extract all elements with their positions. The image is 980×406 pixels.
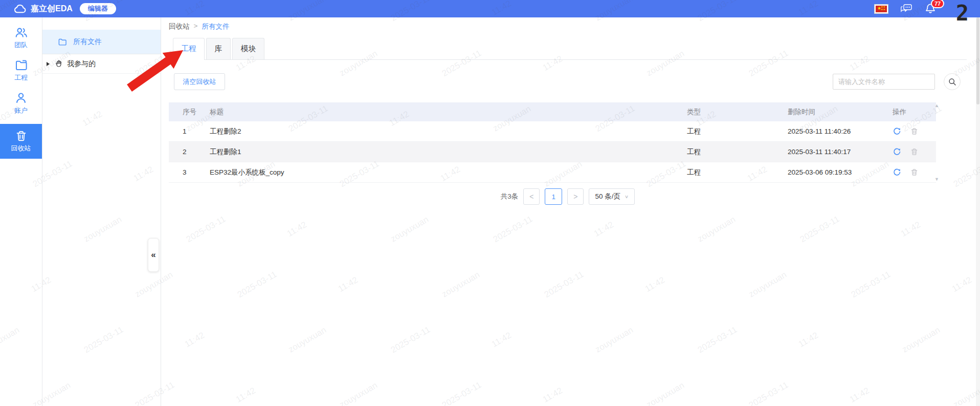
empty-recycle-bin-button[interactable]: 清空回收站 xyxy=(174,73,225,90)
breadcrumb-separator: > xyxy=(194,22,198,31)
overlay-timer-digit: 2 xyxy=(956,2,969,25)
trash-icon xyxy=(15,130,27,142)
tab-project[interactable]: 工程 xyxy=(173,38,205,59)
restore-button[interactable] xyxy=(893,147,901,156)
app-window: 嘉立创EDA 编辑器 ★★★★★ 77 2 团队 xyxy=(0,0,980,406)
table-row: 1 工程删除2 工程 2025-03-11 11:40:26 xyxy=(169,121,936,142)
sidebar-item-label: 账户 xyxy=(14,106,28,115)
collapse-panel-button[interactable]: « xyxy=(148,238,159,272)
total-count-label: 共3条 xyxy=(501,192,519,201)
cell-title: 工程删除2 xyxy=(210,127,687,136)
page-scrollbar[interactable] xyxy=(976,17,980,406)
delete-forever-button[interactable] xyxy=(910,148,918,156)
page-size-select[interactable]: 50 条/页 ∨ xyxy=(589,188,635,205)
primary-sidebar: 团队 工程 账户 回收站 xyxy=(0,17,42,406)
col-title: 标题 xyxy=(210,108,687,117)
language-flag-icon[interactable]: ★★★★★ xyxy=(875,5,888,13)
all-files-item[interactable]: 所有文件 xyxy=(42,30,161,54)
cloud-logo-icon xyxy=(13,4,27,14)
sidebar-item-team[interactable]: 团队 xyxy=(0,22,42,54)
brand: 嘉立创EDA xyxy=(13,4,73,14)
col-index: 序号 xyxy=(169,108,210,117)
chevron-down-icon: ∨ xyxy=(625,194,629,199)
sidebar-item-recycle-bin[interactable]: 回收站 xyxy=(0,124,42,159)
cell-index: 1 xyxy=(169,127,210,135)
next-page-button[interactable]: > xyxy=(567,188,584,205)
col-deleted-time: 删除时间 xyxy=(788,108,893,117)
cell-type: 工程 xyxy=(687,168,788,177)
folder-icon xyxy=(58,38,67,46)
all-files-label: 所有文件 xyxy=(73,37,102,47)
cell-deleted-time: 2025-03-11 11:40:17 xyxy=(788,148,893,156)
double-chevron-left-icon: « xyxy=(151,250,155,260)
sidebar-item-label: 工程 xyxy=(14,73,28,82)
cell-title: ESP32最小系统板_copy xyxy=(210,168,687,177)
notification-count-badge: 77 xyxy=(931,0,944,8)
account-person-icon xyxy=(15,92,27,104)
messages-icon[interactable] xyxy=(900,4,912,14)
hand-icon xyxy=(55,59,63,68)
expand-caret-icon xyxy=(47,62,50,66)
delete-forever-button[interactable] xyxy=(910,127,918,135)
table-row: 2 工程删除1 工程 2025-03-11 11:40:17 xyxy=(169,142,936,162)
cell-type: 工程 xyxy=(687,147,788,157)
search-input[interactable] xyxy=(833,74,935,90)
pagination: 共3条 < 1 > 50 条/页 ∨ xyxy=(169,188,967,205)
breadcrumb-root[interactable]: 回收站 xyxy=(169,22,190,31)
topbar: 嘉立创EDA 编辑器 ★★★★★ 77 xyxy=(0,0,980,17)
tab-library[interactable]: 库 xyxy=(206,38,231,59)
project-folder-icon xyxy=(15,59,28,71)
tabbar: 工程 库 模块 xyxy=(169,38,967,60)
brand-title: 嘉立创EDA xyxy=(31,4,73,14)
prev-page-button[interactable]: < xyxy=(523,188,540,205)
col-actions: 操作 xyxy=(893,108,936,117)
table-row: 3 ESP32最小系统板_copy 工程 2025-03-06 09:19:53 xyxy=(169,162,936,183)
sidebar-item-label: 回收站 xyxy=(11,144,31,153)
sidebar-item-account[interactable]: 账户 xyxy=(0,87,42,120)
search-icon xyxy=(948,78,956,86)
page-size-value: 50 条/页 xyxy=(595,192,620,201)
editor-badge[interactable]: 编辑器 xyxy=(80,3,116,14)
table-scroll-up-icon[interactable]: ▲ xyxy=(934,103,939,108)
sidebar-item-project[interactable]: 工程 xyxy=(0,54,42,87)
page-number-button[interactable]: 1 xyxy=(545,188,562,205)
participated-label: 我参与的 xyxy=(67,59,96,69)
breadcrumb-current: 所有文件 xyxy=(202,22,229,31)
restore-button[interactable] xyxy=(893,127,901,136)
restore-button[interactable] xyxy=(893,168,901,177)
search-area xyxy=(833,73,961,90)
cell-type: 工程 xyxy=(687,127,788,136)
breadcrumb: 回收站 > 所有文件 xyxy=(169,22,229,31)
search-button[interactable] xyxy=(944,73,961,90)
cell-deleted-time: 2025-03-06 09:19:53 xyxy=(788,168,893,176)
page-scrollbar-thumb[interactable] xyxy=(976,17,979,104)
participated-item[interactable]: 我参与的 xyxy=(42,54,161,74)
recycle-bin-table: 序号 标题 类型 删除时间 操作 1 工程删除2 工程 2025-03-11 1… xyxy=(169,102,936,183)
main-content: 回收站 > 所有文件 工程 库 模块 清空回收站 序号 标题 类型 删除时间 xyxy=(161,17,980,406)
team-icon xyxy=(15,26,28,38)
tab-module[interactable]: 模块 xyxy=(232,38,264,59)
cell-index: 3 xyxy=(169,168,210,176)
col-type: 类型 xyxy=(687,108,788,117)
delete-forever-button[interactable] xyxy=(910,168,918,176)
table-header: 序号 标题 类型 删除时间 操作 xyxy=(169,102,936,121)
cell-index: 2 xyxy=(169,148,210,156)
cell-title: 工程删除1 xyxy=(210,147,687,157)
cell-deleted-time: 2025-03-11 11:40:26 xyxy=(788,127,893,135)
file-tree-panel: 所有文件 我参与的 xyxy=(42,17,161,406)
table-scroll-down-icon[interactable]: ▼ xyxy=(934,177,939,182)
notifications-bell-icon[interactable]: 77 xyxy=(925,3,936,14)
sidebar-item-label: 团队 xyxy=(14,40,28,50)
